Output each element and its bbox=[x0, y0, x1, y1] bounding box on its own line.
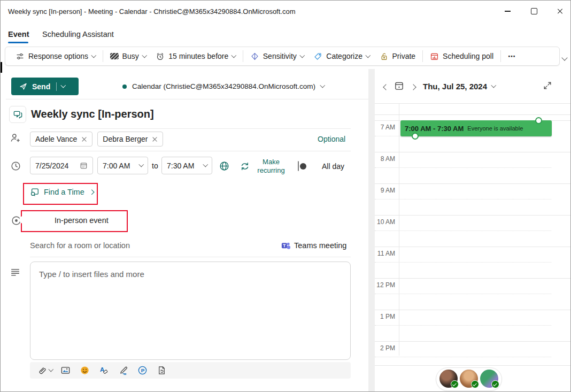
avatar[interactable] bbox=[460, 370, 478, 388]
body-placeholder: Type / to insert files and more bbox=[39, 270, 342, 279]
hour-label: 2 PM bbox=[374, 344, 395, 352]
remove-attendee-icon[interactable] bbox=[81, 136, 87, 142]
divider bbox=[6, 99, 368, 99]
draw-button[interactable] bbox=[118, 365, 128, 375]
hour-line bbox=[375, 215, 570, 216]
chevron-down-icon bbox=[491, 83, 496, 88]
toggle-knob bbox=[300, 163, 306, 170]
all-day-toggle[interactable] bbox=[298, 161, 299, 171]
sensitivity-button[interactable]: Sensitivity bbox=[245, 52, 309, 61]
categorize-label: Categorize bbox=[326, 52, 362, 60]
tab-scheduling-assistant[interactable]: Scheduling Assistant bbox=[42, 30, 114, 39]
separator bbox=[56, 82, 57, 91]
tab-event[interactable]: Event bbox=[8, 30, 29, 39]
half-hour-line bbox=[375, 199, 551, 199]
show-as-busy-button[interactable]: Busy bbox=[105, 52, 151, 60]
start-time-picker[interactable]: 7:00 AM bbox=[97, 157, 148, 174]
pen-icon bbox=[118, 365, 128, 375]
next-day-chevron-icon[interactable] bbox=[410, 84, 416, 90]
attendee-avatars-pill[interactable] bbox=[436, 367, 502, 391]
close-button[interactable] bbox=[549, 5, 570, 18]
recurrence-icon[interactable] bbox=[240, 161, 250, 172]
avatar[interactable] bbox=[439, 370, 458, 388]
attach-file-button[interactable] bbox=[37, 366, 53, 375]
send-button[interactable]: Send bbox=[11, 78, 79, 95]
editor-p-icon: P bbox=[137, 365, 148, 375]
chevron-down-icon bbox=[299, 52, 304, 57]
private-button[interactable]: Private bbox=[375, 52, 421, 61]
attendee-chips: Adele Vance Debra Berger bbox=[30, 132, 163, 147]
calendar-selector[interactable]: Calendar (ChristieC@M365x34290884.OnMicr… bbox=[122, 78, 325, 95]
resize-handle-bottom[interactable] bbox=[412, 133, 419, 140]
insert-emoji-button[interactable] bbox=[80, 365, 90, 375]
make-recurring-link[interactable]: Make recurring bbox=[256, 158, 287, 175]
reminder-button[interactable]: 15 minutes before bbox=[151, 52, 241, 61]
minimize-button[interactable] bbox=[497, 5, 518, 18]
calendar-color-dot-icon bbox=[122, 84, 127, 89]
send-label: Send bbox=[32, 82, 50, 91]
close-icon bbox=[557, 8, 563, 14]
optional-attendees-link[interactable]: Optional bbox=[318, 135, 345, 143]
half-hour-line bbox=[375, 325, 551, 326]
maximize-button[interactable] bbox=[523, 5, 545, 18]
expand-panel-icon[interactable] bbox=[543, 81, 552, 90]
insert-picture-button[interactable] bbox=[60, 365, 71, 375]
accepted-badge-icon bbox=[471, 380, 479, 388]
clear-format-icon: A bbox=[99, 365, 109, 375]
event-type-button[interactable] bbox=[9, 106, 26, 123]
hour-label: 9 AM bbox=[374, 187, 395, 194]
svg-text:P: P bbox=[141, 367, 144, 373]
all-day-label: All day bbox=[322, 162, 344, 171]
start-date-picker[interactable]: 7/25/2024 bbox=[30, 157, 93, 174]
ribbon-toolbar: Response options Busy 15 minutes before … bbox=[5, 47, 560, 66]
separator bbox=[422, 50, 423, 62]
hour-line bbox=[375, 341, 570, 342]
find-a-time-link[interactable]: Find a Time bbox=[30, 187, 93, 197]
picture-icon bbox=[60, 365, 71, 375]
editor-button[interactable]: P bbox=[137, 365, 148, 375]
grid-line bbox=[375, 103, 570, 104]
previous-day-chevron-icon[interactable] bbox=[383, 84, 389, 90]
end-time-picker[interactable]: 7:30 AM bbox=[161, 157, 212, 174]
busy-status-icon bbox=[110, 53, 119, 59]
clock-icon bbox=[10, 160, 21, 172]
event-title-input[interactable]: Weekly sync [In-person] bbox=[31, 108, 154, 120]
meeting-window: Weekly sync [In-person] - Meeting - Cale… bbox=[0, 0, 571, 392]
remove-attendee-icon[interactable] bbox=[152, 136, 158, 142]
attendee-chip[interactable]: Adele Vance bbox=[30, 132, 92, 147]
scheduling-poll-button[interactable]: Scheduling poll bbox=[425, 52, 498, 61]
timezone-globe-icon[interactable] bbox=[219, 160, 230, 172]
compose-toolbar: A P bbox=[30, 362, 351, 379]
avatar[interactable] bbox=[480, 370, 498, 388]
alarm-clock-icon bbox=[156, 52, 165, 61]
send-options-chevron-icon[interactable] bbox=[61, 83, 66, 88]
sensitivity-icon bbox=[250, 52, 259, 61]
paperclip-icon bbox=[37, 366, 47, 375]
clear-formatting-button[interactable]: A bbox=[99, 365, 109, 375]
ribbon-overflow-button[interactable]: ⋯ bbox=[503, 52, 521, 60]
chevron-down-icon bbox=[366, 52, 371, 57]
half-hour-line bbox=[375, 230, 551, 231]
sensitivity-label: Sensitivity bbox=[263, 52, 297, 60]
divider bbox=[30, 128, 351, 129]
preview-date-selector[interactable]: Thu, Jul 25, 2024 bbox=[423, 82, 496, 91]
ribbon-expand-chevron-icon[interactable] bbox=[561, 55, 567, 60]
half-hour-line bbox=[375, 294, 551, 294]
separator bbox=[103, 50, 103, 62]
half-hour-line bbox=[375, 167, 551, 168]
scheduling-poll-label: Scheduling poll bbox=[443, 52, 493, 60]
go-to-date-calendar-icon[interactable] bbox=[394, 81, 404, 91]
preview-date-label: Thu, Jul 25, 2024 bbox=[423, 82, 487, 91]
attendee-chip[interactable]: Debra Berger bbox=[97, 132, 163, 147]
body-editor[interactable]: Type / to insert files and more bbox=[30, 262, 351, 360]
screen-edge-artifact bbox=[1, 62, 2, 73]
insert-template-button[interactable] bbox=[157, 365, 167, 375]
resize-handle-top[interactable] bbox=[535, 117, 542, 124]
response-options-button[interactable]: Response options bbox=[11, 52, 101, 61]
preview-event-block[interactable]: 7:00 AM - 7:30 AM Everyone is available bbox=[400, 120, 552, 136]
private-label: Private bbox=[392, 52, 416, 60]
room-location-input[interactable]: Search for a room or location bbox=[30, 241, 130, 250]
categorize-button[interactable]: Categorize bbox=[308, 52, 374, 61]
divider bbox=[30, 151, 351, 151]
chevron-down-icon bbox=[49, 367, 53, 372]
